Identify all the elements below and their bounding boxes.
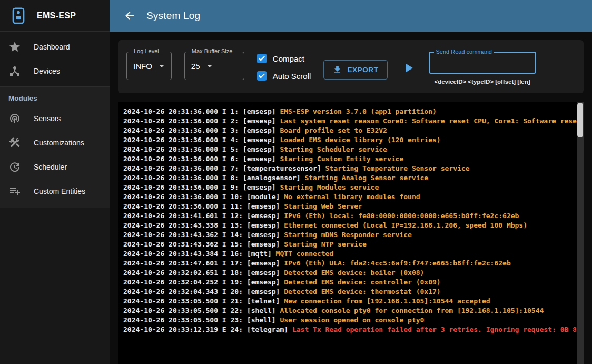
- content: Log Level INFO Max Buffer Size 25: [110, 32, 592, 364]
- sidebar-nav: Dashboard Devices: [0, 32, 110, 86]
- send-command-label: Send Read command: [434, 48, 494, 55]
- log-line: 2024-10-26 20:31:36.000 I 10: [module] N…: [123, 192, 576, 202]
- arrow-back-icon: [123, 16, 136, 24]
- log-line: 2024-10-26 20:31:41.601 I 12: [emsesp] I…: [123, 211, 576, 221]
- chevron-down-icon: [203, 60, 216, 72]
- log-line: 2024-10-26 20:31:36.000 I 3: [emsesp] Bo…: [123, 126, 576, 135]
- auto-scroll-label: Auto Scroll: [273, 72, 311, 81]
- log-line: 2024-10-26 20:32:02.651 I 18: [emsesp] D…: [123, 268, 576, 278]
- export-button-label: EXPORT: [347, 66, 378, 74]
- export-button[interactable]: EXPORT: [323, 60, 387, 80]
- log-line: 2024-10-26 20:32:04.252 I 19: [emsesp] D…: [123, 278, 576, 287]
- modules-section-header: Modules: [0, 87, 110, 106]
- sidebar-item-scheduler[interactable]: Scheduler: [0, 155, 110, 179]
- log-line: 2024-10-26 20:31:47.601 I 17: [emsesp] I…: [123, 259, 576, 268]
- log-line: 2024-10-26 20:31:43.362 I 14: [emsesp] S…: [123, 230, 576, 240]
- playlist-add-icon: [8, 185, 21, 198]
- log-line: 2024-10-26 20:31:36.000 I 2: [emsesp] La…: [123, 116, 576, 126]
- sidebar-item-devices[interactable]: Devices: [0, 59, 110, 83]
- log-line: 2024-10-26 20:31:36.000 I 4: [emsesp] Lo…: [123, 135, 576, 145]
- log-line: 2024-10-26 20:33:05.500 I 22: [shell] Al…: [123, 306, 576, 316]
- construction-icon: [8, 136, 21, 149]
- play-arrow-icon: [400, 60, 416, 76]
- chevron-down-icon: [155, 60, 168, 72]
- sidebar: EMS-ESP Dashboard Devices Modules: [0, 0, 110, 364]
- main-area: System Log Log Level INFO Max Buffer Siz…: [110, 0, 592, 364]
- page-title: System Log: [146, 10, 200, 22]
- log-line: 2024-10-26 20:33:05.500 I 21: [telnet] N…: [123, 297, 576, 306]
- log-controls-card: Log Level INFO Max Buffer Size 25: [118, 40, 584, 93]
- topbar: System Log: [110, 0, 592, 32]
- sensors-icon: [8, 112, 21, 125]
- send-command-helper-text: <deviceID> <typeID> [offset] [len]: [429, 78, 536, 85]
- max-buffer-size-value: 25: [191, 62, 200, 71]
- log-scrollbar[interactable]: [577, 102, 584, 364]
- sidebar-item-label: Scheduler: [34, 163, 67, 171]
- log-level-label: Log Level: [132, 48, 161, 54]
- log-panel: 2024-10-26 20:31:36.000 I 1: [emsesp] EM…: [118, 102, 584, 364]
- log-toggles: Compact Auto Scroll: [257, 52, 311, 81]
- send-command-field: Send Read command: [429, 52, 536, 74]
- sidebar-item-label: Custom Entities: [34, 187, 85, 195]
- compact-label: Compact: [273, 54, 304, 63]
- sidebar-item-dashboard[interactable]: Dashboard: [0, 35, 110, 59]
- sidebar-header: EMS-ESP: [0, 0, 110, 32]
- sidebar-item-label: Customizations: [34, 139, 84, 147]
- max-buffer-size-label: Max Buffer Size: [190, 48, 234, 54]
- send-command-group: Send Read command <deviceID> <typeID> [o…: [429, 52, 536, 85]
- send-command-button[interactable]: [400, 60, 416, 76]
- log-level-value: INFO: [133, 62, 152, 71]
- log-line: 2024-10-26 20:31:36.000 I 1: [emsesp] EM…: [123, 107, 576, 116]
- back-button[interactable]: [123, 9, 136, 22]
- download-icon: [332, 65, 342, 75]
- scrollbar-thumb[interactable]: [577, 103, 583, 137]
- log-line: 2024-10-26 20:31:43.338 I 13: [emsesp] E…: [123, 221, 576, 230]
- sidebar-item-customizations[interactable]: Customizations: [0, 131, 110, 155]
- sidebar-item-label: Devices: [34, 67, 60, 75]
- app-logo-icon: [8, 6, 28, 26]
- log-line: 2024-10-26 20:33:05.500 I 23: [shell] Us…: [123, 316, 576, 325]
- checkbox-checked-icon: [257, 71, 267, 81]
- schedule-update-icon: [8, 161, 21, 173]
- sidebar-modules-section: Modules Sensors Customizations Scheduler: [0, 86, 110, 208]
- log-line: 2024-10-26 20:31:36.000 I 5: [emsesp] St…: [123, 145, 576, 154]
- sidebar-item-custom-entities[interactable]: Custom Entities: [0, 179, 110, 203]
- log-line: 2024-10-26 20:31:36.000 I 8: [analogsens…: [123, 173, 576, 183]
- app-name: EMS-ESP: [37, 11, 76, 21]
- log-line: 2024-10-26 20:33:12.319 E 24: [telegram]…: [123, 325, 576, 335]
- log-line: 2024-10-26 20:31:36.000 I 11: [emsesp] S…: [123, 202, 576, 211]
- sidebar-item-label: Sensors: [34, 114, 61, 123]
- star-icon: [8, 41, 21, 53]
- checkbox-checked-icon: [257, 54, 267, 63]
- log-line: 2024-10-26 20:31:36.000 I 9: [emsesp] St…: [123, 183, 576, 192]
- log-line: 2024-10-26 20:31:36.000 I 7: [temperatur…: [123, 164, 576, 173]
- log-line: 2024-10-26 20:31:43.384 I 16: [mqtt] MQT…: [123, 249, 576, 259]
- sidebar-item-label: Dashboard: [34, 43, 70, 51]
- max-buffer-size-select[interactable]: Max Buffer Size 25: [184, 52, 244, 80]
- sidebar-item-sensors[interactable]: Sensors: [0, 106, 110, 131]
- app: EMS-ESP Dashboard Devices Modules: [0, 0, 592, 364]
- log-line: 2024-10-26 20:31:43.362 I 15: [emsesp] S…: [123, 240, 576, 249]
- compact-checkbox[interactable]: Compact: [257, 54, 311, 63]
- device-hub-icon: [8, 65, 21, 77]
- log-line: 2024-10-26 20:32:04.343 I 20: [emsesp] D…: [123, 287, 576, 297]
- auto-scroll-checkbox[interactable]: Auto Scroll: [257, 71, 311, 81]
- log-line: 2024-10-26 20:31:36.000 I 6: [emsesp] St…: [123, 154, 576, 164]
- send-command-input[interactable]: [435, 58, 530, 67]
- log-lines: 2024-10-26 20:31:36.000 I 1: [emsesp] EM…: [123, 107, 576, 335]
- log-level-select[interactable]: Log Level INFO: [126, 52, 172, 80]
